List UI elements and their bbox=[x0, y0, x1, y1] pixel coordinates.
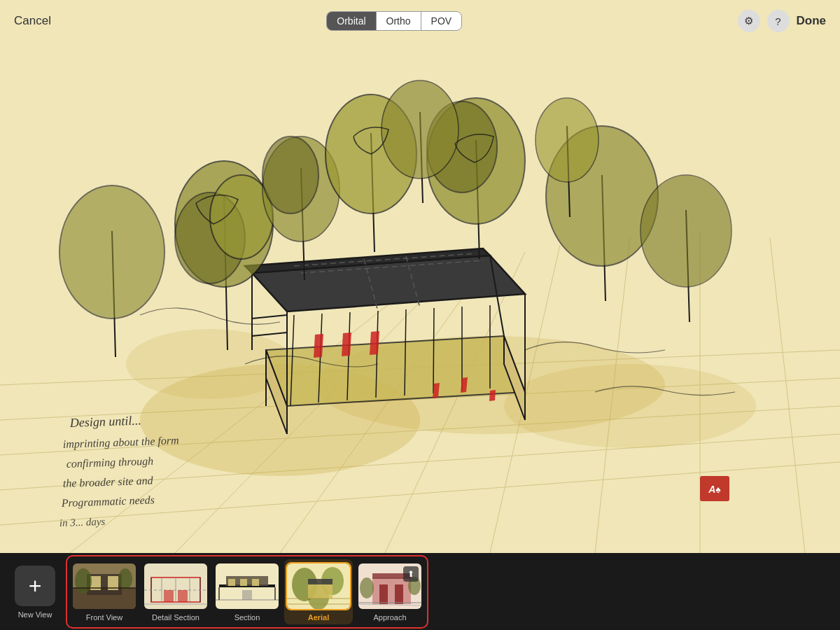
svg-rect-119 bbox=[395, 584, 403, 604]
aerial-image bbox=[287, 564, 350, 609]
aerial-thumbnail[interactable]: Aerial bbox=[284, 559, 353, 624]
top-right-controls: ⚙ ? Done bbox=[738, 10, 827, 32]
plus-icon: + bbox=[15, 566, 55, 606]
front-view-label: Front View bbox=[86, 613, 122, 622]
svg-line-39 bbox=[433, 308, 434, 393]
aerial-label: Aerial bbox=[308, 613, 330, 622]
svg-rect-112 bbox=[308, 579, 332, 584]
section-thumbnail[interactable]: Section bbox=[213, 559, 281, 624]
svg-marker-43 bbox=[342, 332, 351, 356]
canvas-area: Design until... imprinting about the for… bbox=[0, 0, 840, 553]
view-thumbnails-group: Front View Detail Section bbox=[66, 555, 428, 629]
new-view-button[interactable]: + New View bbox=[7, 561, 63, 622]
svg-point-63 bbox=[640, 175, 732, 287]
svg-point-83 bbox=[75, 568, 92, 594]
new-view-label: New View bbox=[18, 610, 52, 619]
svg-rect-106 bbox=[242, 590, 252, 600]
share-icon[interactable]: ⬆ bbox=[403, 566, 419, 582]
svg-rect-100 bbox=[228, 579, 235, 586]
svg-text:in 3... days: in 3... days bbox=[59, 516, 106, 528]
svg-point-84 bbox=[118, 568, 132, 589]
svg-point-69 bbox=[382, 80, 458, 178]
approach-label: Approach bbox=[373, 613, 406, 622]
help-button[interactable]: ? bbox=[767, 10, 790, 32]
section-image bbox=[216, 564, 279, 609]
svg-point-54 bbox=[262, 136, 318, 214]
cancel-button[interactable]: Cancel bbox=[14, 14, 51, 28]
svg-text:A♠: A♠ bbox=[708, 484, 721, 495]
detail-section-thumbnail[interactable]: Detail Section bbox=[141, 559, 210, 624]
svg-point-122 bbox=[360, 578, 374, 598]
svg-marker-44 bbox=[370, 331, 379, 355]
front-view-image bbox=[73, 564, 136, 609]
svg-rect-102 bbox=[252, 579, 259, 586]
detail-section-image bbox=[144, 564, 207, 609]
svg-point-67 bbox=[536, 98, 598, 182]
svg-text:Design until...: Design until... bbox=[69, 413, 141, 430]
svg-point-65 bbox=[59, 186, 164, 318]
orbital-mode-button[interactable]: Orbital bbox=[327, 12, 376, 30]
settings-button[interactable]: ⚙ bbox=[738, 10, 760, 32]
svg-point-16 bbox=[504, 364, 756, 448]
done-button[interactable]: Done bbox=[797, 14, 827, 28]
detail-section-label: Detail Section bbox=[152, 613, 200, 622]
svg-rect-118 bbox=[379, 584, 388, 604]
section-label: Section bbox=[234, 613, 260, 622]
sketch-canvas: Design until... imprinting about the for… bbox=[0, 0, 840, 553]
svg-rect-94 bbox=[164, 590, 174, 602]
svg-marker-47 bbox=[489, 390, 496, 401]
top-bar: Cancel Orbital Ortho POV ⚙ ? Done bbox=[0, 0, 840, 42]
front-view-thumbnail[interactable]: Front View bbox=[70, 559, 139, 624]
svg-marker-42 bbox=[314, 334, 323, 358]
ortho-mode-button[interactable]: Ortho bbox=[377, 12, 421, 30]
approach-image: ⬆ bbox=[358, 564, 421, 609]
svg-rect-101 bbox=[240, 579, 247, 586]
svg-rect-111 bbox=[308, 583, 332, 598]
pov-mode-button[interactable]: POV bbox=[421, 12, 462, 30]
svg-rect-95 bbox=[178, 590, 188, 602]
approach-thumbnail[interactable]: ⬆ Approach bbox=[356, 559, 424, 624]
view-mode-group: Orbital Ortho POV bbox=[326, 11, 462, 31]
bottom-toolbar: + New View Front View bbox=[0, 553, 840, 630]
